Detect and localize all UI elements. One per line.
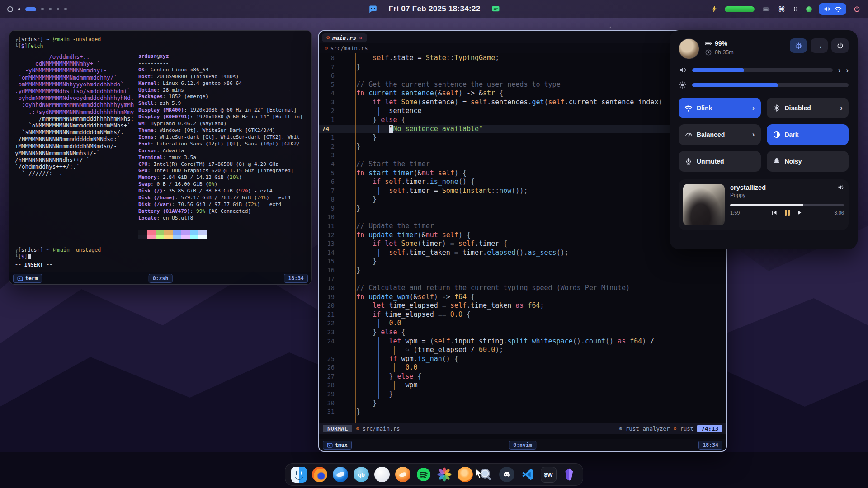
code-line[interactable]: 30 } (319, 399, 726, 408)
code-line[interactable]: 12 fn update_timer(&mut self) { (319, 231, 726, 240)
launcher-icon[interactable] (7, 6, 13, 12)
next-track-button[interactable] (797, 209, 804, 216)
workspace-dot-2[interactable] (41, 8, 44, 10)
toggle-disabled[interactable]: Disabled› (767, 98, 849, 118)
neovim-window[interactable]: ⚙ main.rs × ⚙ src/main.rs 8 self.state =… (318, 30, 727, 452)
tmux-session[interactable]: term (13, 274, 42, 283)
code-line[interactable]: 7 } (319, 63, 726, 72)
code-line[interactable]: 17 (319, 275, 726, 284)
output-speaker-icon[interactable] (837, 184, 844, 191)
dock-spotify-icon[interactable] (415, 466, 432, 483)
code-line[interactable]: 23 } else { (319, 328, 726, 337)
code-line[interactable]: 31 } (319, 408, 726, 417)
dock-orange-app-icon[interactable] (457, 466, 473, 483)
toggle-noisy[interactable]: Noisy (767, 151, 849, 172)
tmux-session[interactable]: tmux (323, 441, 352, 450)
toggle-dark[interactable]: Dark (767, 124, 849, 145)
code-line[interactable]: 1 } else { (319, 116, 726, 125)
workspace-dot-1[interactable] (18, 8, 20, 10)
code-line[interactable]: 6 if self.timer.is_none() { (319, 178, 726, 187)
toggle-unmuted[interactable]: Unmuted (679, 151, 761, 172)
status-dot-icon[interactable] (806, 6, 812, 12)
lightning-icon[interactable] (711, 5, 718, 13)
code-line[interactable]: 8 self.state = State::TypingGame; (319, 54, 726, 63)
code-line[interactable]: 5 fn start_timer(&mut self) { (319, 169, 726, 178)
workspace-dot-5[interactable] (64, 8, 67, 10)
code-line[interactable]: 28 wpm (319, 381, 726, 390)
power-button[interactable] (831, 38, 849, 53)
code-line[interactable]: 1 } (319, 133, 726, 142)
code-line[interactable]: 14 self.time_taken = timer.elapsed().as_… (319, 249, 726, 258)
code-line-current[interactable]: 74 "No sentence available" (319, 125, 726, 134)
previous-track-button[interactable] (771, 209, 778, 216)
code-line[interactable]: 9 } (319, 204, 726, 213)
dock-qbittorrent-icon[interactable]: qb (353, 466, 369, 483)
pause-button[interactable] (785, 210, 790, 216)
track-progress-bar[interactable] (730, 204, 844, 206)
code-line[interactable]: 13 if let Some(timer) = self.timer { (319, 239, 726, 249)
workspace-active-pill[interactable] (25, 7, 36, 11)
dock-discord-icon[interactable] (499, 466, 515, 483)
code-line[interactable]: 21 if time_elapsed == 0.0 { (319, 310, 726, 319)
code-line[interactable]: 8 } (319, 195, 726, 204)
terminal-window[interactable]: ┌[srdusr] ~ main -unstaged └[$]fetch -/o… (9, 30, 312, 285)
code-line[interactable]: 10 (319, 213, 726, 222)
code-line[interactable]: 18 // Calculate and return the current t… (319, 284, 726, 293)
dock-orange-bird-icon[interactable] (395, 466, 411, 483)
app-grid-icon[interactable] (792, 5, 799, 13)
chevron-right-icon[interactable]: › (846, 66, 849, 74)
code-line[interactable]: 24 let wpm = (self.input_string.split_wh… (319, 337, 726, 346)
clock[interactable]: Fri 07 Feb 2025 18:34:22 (389, 5, 481, 14)
battery-level-bar[interactable] (725, 6, 755, 12)
code-line[interactable]: 27 } else { (319, 372, 726, 381)
code-line[interactable]: 2 sentence (319, 107, 726, 116)
code-line[interactable]: 2 } (319, 142, 726, 151)
code-line[interactable]: 3 (319, 151, 726, 160)
dock-firefox-icon[interactable] (311, 466, 328, 483)
dock-thunderbird-icon[interactable] (332, 466, 349, 483)
code-line[interactable]: 19 fn update_wpm(&self) -> f64 { (319, 293, 726, 302)
tmux-window[interactable]: 0:nvim (509, 441, 536, 450)
code-line[interactable]: 22 0.0 (319, 319, 726, 328)
battery-icon[interactable] (761, 5, 771, 13)
quick-settings-group[interactable] (819, 3, 846, 15)
workspace-dot-3[interactable] (49, 8, 52, 10)
workspace-dot-4[interactable] (57, 8, 59, 10)
dock-wallet-icon[interactable]: $W (540, 466, 557, 483)
tab-close-icon[interactable]: × (359, 34, 363, 41)
code-line[interactable]: 6 (319, 71, 726, 80)
volume-slider[interactable] (692, 68, 833, 72)
code-line[interactable]: ↪ (time_elapsed / 60.0); (319, 346, 726, 355)
dock-white-app-icon[interactable] (374, 466, 390, 483)
dock-vscode-icon[interactable] (519, 466, 536, 483)
power-icon[interactable] (853, 5, 861, 13)
settings-button[interactable] (790, 38, 807, 53)
brightness-slider[interactable] (692, 83, 849, 87)
code-line[interactable]: 29 } (319, 390, 726, 399)
chevron-right-icon[interactable]: › (838, 66, 841, 74)
tab-main-rs[interactable]: ⚙ main.rs × (322, 33, 367, 42)
code-line[interactable]: 4 // Start the timer (319, 160, 726, 169)
code-area[interactable]: 8 self.state = State::TypingGame;7 }65 /… (319, 53, 726, 423)
logout-button[interactable]: → (811, 38, 828, 53)
code-line[interactable]: 26 0.0 (319, 363, 726, 372)
code-line[interactable]: 25 if wpm.is_nan() { (319, 355, 726, 364)
code-line[interactable]: 5 // Get the current sentence the user n… (319, 80, 726, 89)
toggle-balanced[interactable]: Balanced› (679, 124, 761, 145)
dock-obsidian-icon[interactable] (561, 466, 577, 483)
message-bubble-icon[interactable] (368, 4, 378, 14)
toggle-dlink[interactable]: Dlink› (679, 98, 761, 118)
chat-icon[interactable] (491, 5, 500, 14)
code-line[interactable]: 20 let time_elapsed = self.time_taken as… (319, 301, 726, 310)
code-line[interactable]: 7 self.timer = Some(Instant::now()); (319, 187, 726, 196)
code-line[interactable]: 4 fn current_sentence(&self) -> &str { (319, 89, 726, 98)
tmux-window[interactable]: 0:zsh (149, 274, 173, 283)
dock-finder-icon[interactable] (291, 466, 307, 483)
code-line[interactable]: 15 } (319, 257, 726, 266)
code-line[interactable]: 3 if let Some(sentence) = self.sentences… (319, 98, 726, 107)
dock-photos-icon[interactable] (436, 466, 453, 483)
code-line[interactable]: 11 // Update the timer (319, 222, 726, 231)
command-key-icon[interactable]: ⌘ (778, 5, 785, 14)
code-line[interactable]: 16 } (319, 266, 726, 275)
user-avatar[interactable] (679, 38, 699, 59)
